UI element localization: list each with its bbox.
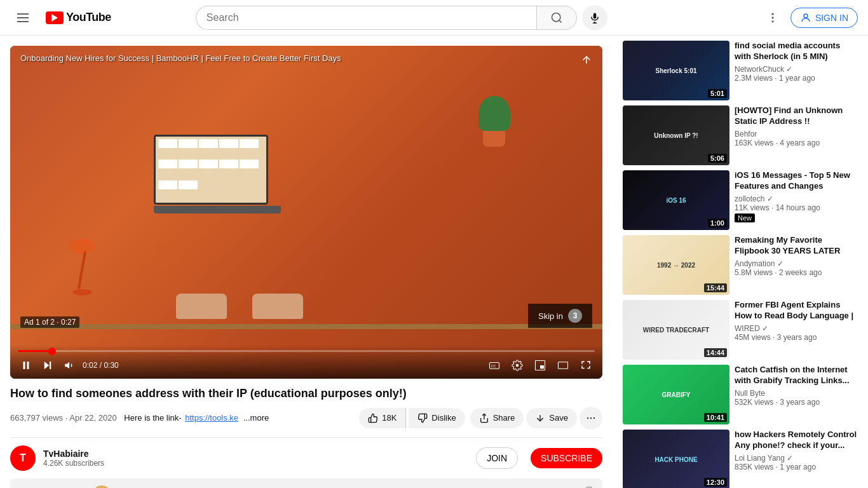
miniplayer-button[interactable]: [531, 357, 549, 374]
time-display: 0:02 / 0:30: [83, 361, 119, 370]
video-meta-row: 663,797 views · Apr 22, 2020 Here is the…: [10, 407, 602, 430]
duration-badge-2: 1:00: [708, 219, 727, 227]
total-time: 0:30: [104, 361, 118, 370]
video-share-button[interactable]: [581, 53, 592, 65]
svg-point-7: [771, 20, 773, 22]
share-label: Share: [493, 413, 515, 423]
svg-point-5: [771, 13, 773, 15]
settings-button[interactable]: [508, 357, 526, 374]
like-button[interactable]: 18K: [359, 408, 406, 428]
join-button[interactable]: JOIN: [476, 447, 518, 469]
recommended-item[interactable]: WIRED TRADECRAFT 14:44 Former FBI Agent …: [623, 300, 858, 360]
progress-bar[interactable]: [18, 350, 595, 352]
rec-channel-6: Loi Liang Yang ✓: [735, 454, 858, 463]
youtube-logo-link[interactable]: YouTube: [46, 11, 111, 24]
play-pause-button[interactable]: [18, 357, 34, 374]
search-button[interactable]: [536, 6, 577, 30]
rec-info-5: Catch Catfish on the Internet with Grabi…: [735, 365, 858, 424]
recommended-item[interactable]: iOS 16 1:00 iOS 16 Messages - Top 5 New …: [623, 170, 858, 230]
search-input[interactable]: [196, 6, 536, 30]
fullscreen-icon: [580, 360, 592, 371]
video-title-overlay: Onboarding New Hires for Success | Bambo…: [20, 53, 564, 63]
svg-marker-13: [65, 362, 69, 369]
recommended-item[interactable]: GRABIFY 10:41 Catch Catfish on the Inter…: [623, 365, 858, 424]
thumbnail-wrap-0: Sherlock 5:01 5:01: [623, 41, 729, 100]
rec-title-6: how Hackers Remotely Control Any phone!?…: [735, 430, 858, 451]
next-button[interactable]: [39, 357, 56, 374]
rec-title-3: Remaking My Favorite Flipbook 30 YEARS L…: [735, 235, 858, 257]
rec-info-1: [HOWTO] Find an Unknown Static IP Addres…: [735, 105, 858, 165]
thumb-down-icon: [417, 413, 428, 423]
description-link[interactable]: https://tools.ke: [185, 413, 238, 423]
thumbnail-wrap-4: WIRED TRADECRAFT 14:44: [623, 300, 729, 360]
microphone-icon: [589, 12, 600, 24]
ad-label: Ad 1 of 2 · 0:27: [20, 316, 79, 328]
share-button[interactable]: Share: [470, 408, 524, 428]
thumbnail-label-3: 1992 → 2022: [654, 259, 698, 272]
miniplayer-icon: [534, 360, 546, 371]
main-layout: Onboarding New Hires for Success | Bambo…: [0, 36, 868, 488]
video-stats: 663,797 views · Apr 22, 2020 Here is the…: [10, 413, 269, 423]
duration-badge-1: 5:06: [708, 154, 727, 163]
channel-row: T TvHabiaire 4.26K subscribers JOIN SUBS…: [10, 437, 602, 478]
pause-icon: [20, 360, 32, 371]
rec-info-6: how Hackers Remotely Control Any phone!?…: [735, 430, 858, 488]
svg-rect-9: [24, 362, 25, 369]
channel-avatar-initial: T: [20, 452, 26, 464]
hamburger-menu-button[interactable]: [10, 5, 36, 30]
laptop: [154, 135, 281, 224]
svg-point-6: [771, 17, 773, 18]
thumbnail-wrap-1: Unknown IP ?! 5:06: [623, 105, 729, 165]
recommended-item[interactable]: Sherlock 5:01 5:01 find social media acc…: [623, 41, 858, 100]
current-time: 0:02: [83, 361, 97, 370]
duration-badge-5: 10:41: [704, 413, 727, 422]
account-icon: [800, 12, 811, 24]
rec-meta-4: 45M views · 3 years ago: [735, 333, 858, 342]
recommended-item[interactable]: 1992 → 2022 15:44 Remaking My Favorite F…: [623, 235, 858, 295]
duration-badge-3: 15:44: [704, 283, 727, 292]
dislike-button[interactable]: Dislike: [409, 408, 465, 428]
rec-info-0: find social media accounts with Sherlock…: [735, 41, 858, 100]
thumbnail-wrap-2: iOS 16 1:00: [623, 170, 729, 230]
channel-avatar: T: [10, 445, 36, 471]
recommended-item[interactable]: Unknown IP ?! 5:06 [HOWTO] Find an Unkno…: [623, 105, 858, 165]
svg-rect-18: [559, 362, 568, 369]
duration-badge-6: 12:30: [704, 478, 727, 487]
header-center: [179, 5, 624, 30]
skip-label: Skip in: [538, 311, 563, 321]
gear-icon: [512, 360, 523, 371]
more-options-button[interactable]: [760, 5, 785, 30]
skip-ad-area[interactable]: Skip in 3: [528, 304, 592, 328]
sign-in-button[interactable]: SIGN IN: [790, 8, 858, 28]
theater-icon: [557, 360, 569, 371]
save-button[interactable]: Save: [526, 408, 577, 428]
share-icon-btn: [479, 413, 489, 423]
subscribe-button[interactable]: SUBSCRIBE: [531, 448, 602, 468]
theater-button[interactable]: [554, 357, 572, 374]
rec-meta-3: 5.8M views · 2 weeks ago: [735, 268, 858, 277]
channel-subscribers: 4.26K subscribers: [43, 459, 468, 468]
voice-search-button[interactable]: [582, 5, 607, 30]
description-prefix: Here is the link-: [124, 413, 181, 423]
rec-channel-1: Behfor: [735, 130, 858, 139]
fullscreen-button[interactable]: [577, 357, 595, 374]
volume-button[interactable]: [61, 357, 78, 374]
video-info: How to find someones address with their …: [10, 379, 602, 437]
channel-info: TvHabiaire 4.26K subscribers: [43, 449, 468, 468]
skip-countdown: 3: [568, 309, 582, 323]
rec-info-4: Former FBI Agent Explains How to Read Bo…: [735, 300, 858, 360]
description-more[interactable]: ...more: [243, 413, 269, 423]
video-player[interactable]: Onboarding New Hires for Success | Bambo…: [10, 46, 602, 379]
more-actions-button[interactable]: ···: [580, 407, 602, 430]
svg-rect-2: [593, 13, 597, 18]
captions-button[interactable]: CC: [485, 357, 503, 374]
share-icon: [581, 54, 592, 65]
player-section: Onboarding New Hires for Success | Bambo…: [0, 36, 613, 488]
recommended-item[interactable]: HACK PHONE 12:30 how Hackers Remotely Co…: [623, 430, 858, 488]
video-controls: 0:02 / 0:30 CC: [10, 345, 602, 379]
lamp-shade: [69, 238, 95, 254]
save-label: Save: [549, 413, 568, 423]
video-background: [10, 46, 602, 379]
controls-row: 0:02 / 0:30 CC: [18, 357, 595, 374]
laptop-base: [154, 206, 281, 214]
